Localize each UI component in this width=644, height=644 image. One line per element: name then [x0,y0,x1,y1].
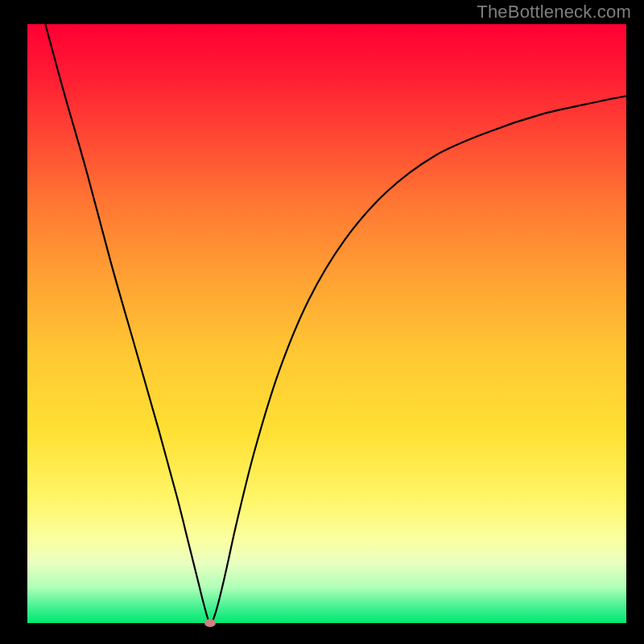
watermark-text: TheBottleneck.com [477,2,631,23]
gradient-background [27,24,626,623]
plot-area [27,24,626,623]
minimum-marker [204,619,216,627]
plot-svg [27,24,626,623]
chart-container: TheBottleneck.com [0,0,644,644]
